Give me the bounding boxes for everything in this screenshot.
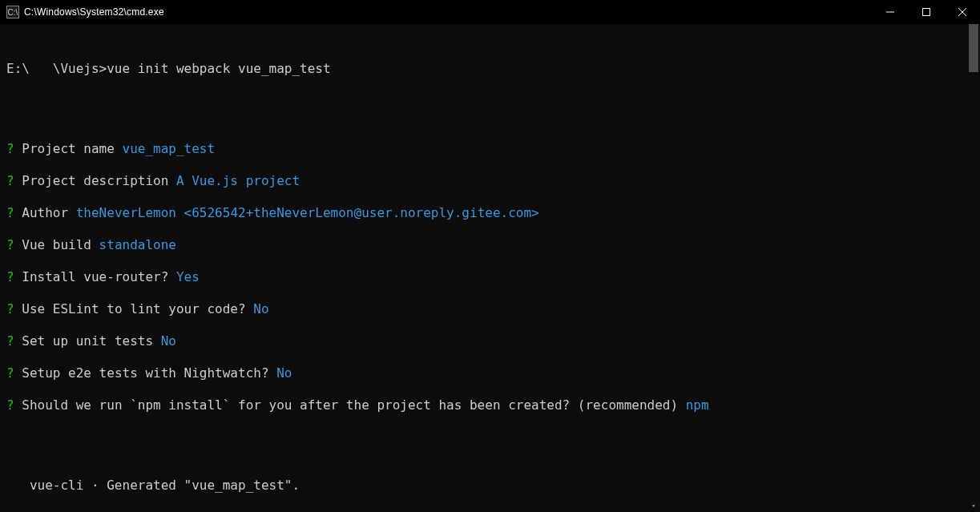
blank-line [6,93,974,109]
prompt-row: ? Set up unit tests No [6,333,974,349]
prompt-answer: No [253,301,268,316]
prompt-row: ? Use ESLint to lint your code? No [6,301,974,317]
prompt-answer: theNeverLemon <6526542+theNeverLemon@use… [76,205,539,220]
blank-line [6,429,974,445]
prompt-answer: A Vue.js project [176,173,300,188]
generated-name: "vue_map_test". [184,478,300,493]
prompt-answer: npm [686,397,709,413]
prompt-marker: ? [6,301,14,316]
prompt-row: ? Vue build standalone [6,237,974,253]
prompt-marker: ? [6,397,14,413]
prompt-marker: ? [6,173,14,188]
prompt-answer: No [161,333,176,349]
prompt-label: Set up unit tests [22,333,160,349]
scrollbar-thumb[interactable] [969,24,978,72]
prompt-row: ? Install vue-router? Yes [6,269,974,285]
command-text: vue init webpack vue_map_test [107,61,330,76]
prompt-label: Install vue-router? [22,269,176,284]
generated-prefix: vue-cli · Generated [6,478,184,493]
maximize-button[interactable] [908,0,944,24]
prompt-answer: standalone [99,237,176,252]
prompt-label: Setup e2e tests with Nightwatch? [22,365,276,381]
prompt-marker: ? [6,365,14,381]
window-controls [872,0,980,24]
prompt-marker: ? [6,237,14,252]
prompt-row: ? Setup e2e tests with Nightwatch? No [6,365,974,381]
svg-rect-1 [922,9,930,16]
prompt-answer: Yes [176,269,200,284]
prompt-row: ? Author theNeverLemon <6526542+theNever… [6,205,974,221]
prompt-marker: ? [6,333,14,349]
cmd-icon: C:\ [6,6,19,18]
prompt-label: Project description [22,173,176,188]
scrollbar-down-arrow[interactable]: ▾ [967,499,980,512]
prompt-marker: ? [6,141,14,156]
prompt-row: ? Project description A Vue.js project [6,173,974,189]
prompt-answer: vue_map_test [123,141,216,156]
prompt-path: E:\ \Vuejs> [6,61,107,76]
prompt-label: Should we run `npm install` for you afte… [22,397,685,413]
prompt-marker: ? [6,269,14,284]
prompt-label: Project name [22,141,122,156]
prompt-label: Vue build [22,237,99,252]
prompt-label: Author [22,205,75,220]
prompt-row: ? Project name vue_map_test [6,141,974,157]
minimize-button[interactable] [872,0,908,24]
window-title: C:\Windows\System32\cmd.exe [24,6,872,18]
prompt-answer: No [276,365,292,381]
scrollbar[interactable]: ▾ [967,24,980,512]
close-button[interactable] [944,0,980,24]
terminal-output[interactable]: E:\ \Vuejs>vue init webpack vue_map_test… [0,24,980,512]
prompt-marker: ? [6,205,14,220]
generated-line: vue-cli · Generated "vue_map_test". [6,478,974,494]
prompt-row: ? Should we run `npm install` for you af… [6,397,974,413]
window-titlebar: C:\ C:\Windows\System32\cmd.exe [0,0,980,24]
command-line: E:\ \Vuejs>vue init webpack vue_map_test [6,61,974,77]
prompt-label: Use ESLint to lint your code? [22,301,253,316]
